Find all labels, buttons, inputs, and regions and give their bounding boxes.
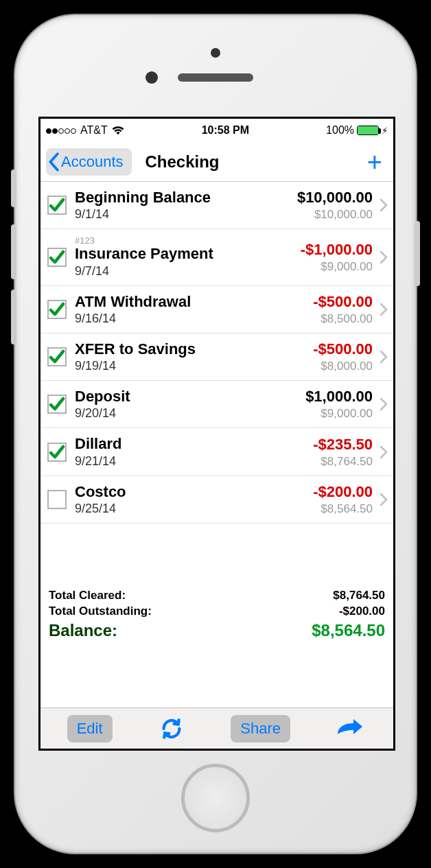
chevron-right-icon bbox=[375, 397, 389, 411]
transaction-title: Costco bbox=[75, 483, 313, 500]
transaction-amounts: $10,000.00$10,000.00 bbox=[297, 189, 375, 222]
total-outstanding-label: Total Outstanding: bbox=[49, 604, 152, 620]
balance-label: Balance: bbox=[49, 621, 117, 640]
proximity-sensor bbox=[211, 48, 220, 58]
cleared-checkbox[interactable] bbox=[47, 196, 67, 215]
transaction-main: ATM Withdrawal9/16/14 bbox=[67, 293, 313, 326]
share-button[interactable]: Share bbox=[231, 715, 290, 742]
transaction-main: #123Insurance Payment9/7/14 bbox=[67, 236, 301, 278]
mute-switch bbox=[11, 169, 16, 207]
transaction-amount: -$1,000.00 bbox=[301, 241, 373, 259]
screen: AT&T 10:58 PM 100% ⚡︎ Accounts Checking … bbox=[38, 117, 395, 751]
cleared-checkbox[interactable] bbox=[47, 347, 67, 366]
battery-icon bbox=[357, 126, 379, 135]
forward-arrow-icon bbox=[336, 719, 363, 738]
bottom-toolbar: Edit Share bbox=[40, 707, 393, 749]
cleared-checkbox[interactable] bbox=[47, 248, 67, 267]
back-button-label: Accounts bbox=[61, 153, 124, 171]
balance-value: $8,564.50 bbox=[312, 621, 385, 640]
edit-button[interactable]: Edit bbox=[67, 715, 113, 742]
transaction-main: XFER to Savings9/19/14 bbox=[67, 340, 313, 373]
transaction-running-balance: $8,564.50 bbox=[313, 502, 373, 516]
transaction-amounts: -$500.00$8,500.00 bbox=[313, 293, 375, 326]
transaction-main: Costco9/25/14 bbox=[67, 483, 313, 516]
transaction-title: ATM Withdrawal bbox=[75, 293, 313, 310]
transaction-running-balance: $8,500.00 bbox=[313, 312, 373, 326]
wifi-icon bbox=[111, 126, 125, 135]
transaction-date: 9/20/14 bbox=[75, 406, 305, 421]
back-button[interactable]: Accounts bbox=[46, 148, 132, 176]
transaction-amount: $1,000.00 bbox=[305, 388, 373, 406]
volume-down-button bbox=[11, 290, 16, 344]
signal-strength-icon bbox=[46, 124, 77, 137]
chevron-right-icon bbox=[375, 350, 389, 364]
charging-icon: ⚡︎ bbox=[382, 126, 388, 136]
summary-block: Total Cleared: $8,764.50 Total Outstandi… bbox=[40, 585, 393, 647]
chevron-right-icon bbox=[375, 303, 389, 316]
plus-icon: + bbox=[367, 148, 382, 176]
transaction-row[interactable]: ATM Withdrawal9/16/14-$500.00$8,500.00 bbox=[40, 286, 393, 333]
status-bar: AT&T 10:58 PM 100% ⚡︎ bbox=[40, 119, 393, 142]
transaction-title: Beginning Balance bbox=[75, 189, 297, 206]
transaction-main: Dillard9/21/14 bbox=[67, 435, 313, 468]
transaction-running-balance: $9,000.00 bbox=[305, 407, 373, 421]
transaction-running-balance: $10,000.00 bbox=[297, 208, 373, 222]
transaction-title: Insurance Payment bbox=[75, 245, 301, 262]
battery-percentage: 100% bbox=[326, 124, 354, 137]
sync-button[interactable] bbox=[154, 717, 189, 740]
transaction-ref: #123 bbox=[75, 236, 301, 245]
transaction-date: 9/1/14 bbox=[75, 207, 297, 222]
cleared-checkbox[interactable] bbox=[47, 443, 67, 462]
earpiece-speaker bbox=[178, 73, 253, 82]
navigation-bar: Accounts Checking + bbox=[40, 142, 393, 182]
carrier-label: AT&T bbox=[80, 124, 108, 137]
transaction-date: 9/19/14 bbox=[75, 359, 313, 373]
transaction-amount: -$235.50 bbox=[313, 436, 373, 454]
transaction-row[interactable]: #123Insurance Payment9/7/14-$1,000.00$9,… bbox=[40, 229, 393, 285]
transaction-main: Beginning Balance9/1/14 bbox=[67, 189, 297, 222]
cleared-checkbox[interactable] bbox=[47, 300, 67, 319]
forward-button[interactable] bbox=[332, 719, 366, 738]
transaction-amount: -$500.00 bbox=[313, 293, 373, 311]
total-cleared-value: $8,764.50 bbox=[333, 588, 385, 604]
chevron-right-icon bbox=[375, 445, 389, 459]
transaction-amounts: -$200.00$8,564.50 bbox=[313, 483, 375, 516]
transaction-amount: $10,000.00 bbox=[297, 189, 373, 207]
cleared-checkbox[interactable] bbox=[47, 395, 67, 414]
volume-up-button bbox=[11, 224, 16, 279]
transaction-amounts: -$1,000.00$9,000.00 bbox=[301, 241, 375, 274]
chevron-right-icon bbox=[375, 198, 389, 212]
transaction-amounts: $1,000.00$9,000.00 bbox=[305, 388, 375, 421]
transaction-date: 9/16/14 bbox=[75, 312, 313, 326]
transaction-row[interactable]: Costco9/25/14-$200.00$8,564.50 bbox=[40, 476, 393, 524]
transaction-title: Dillard bbox=[75, 435, 313, 452]
power-button bbox=[415, 221, 420, 286]
transaction-running-balance: $8,764.50 bbox=[313, 455, 373, 469]
transaction-date: 9/7/14 bbox=[75, 264, 301, 279]
clock: 10:58 PM bbox=[202, 124, 249, 137]
cleared-checkbox[interactable] bbox=[47, 490, 67, 509]
transaction-row[interactable]: Beginning Balance9/1/14$10,000.00$10,000… bbox=[40, 182, 393, 229]
transaction-amount: -$200.00 bbox=[313, 483, 373, 501]
total-cleared-label: Total Cleared: bbox=[49, 588, 126, 604]
chevron-right-icon bbox=[375, 250, 389, 264]
transaction-row[interactable]: XFER to Savings9/19/14-$500.00$8,000.00 bbox=[40, 333, 393, 381]
edit-button-label: Edit bbox=[77, 720, 103, 738]
transaction-title: XFER to Savings bbox=[75, 340, 313, 357]
transaction-running-balance: $9,000.00 bbox=[301, 260, 373, 274]
total-outstanding-value: -$200.00 bbox=[339, 604, 385, 620]
sync-icon bbox=[160, 717, 183, 740]
add-button[interactable]: + bbox=[362, 149, 388, 175]
transaction-amounts: -$235.50$8,764.50 bbox=[313, 436, 375, 469]
home-button[interactable] bbox=[181, 764, 250, 832]
transaction-running-balance: $8,000.00 bbox=[313, 360, 373, 373]
transaction-date: 9/25/14 bbox=[75, 502, 313, 516]
front-camera bbox=[145, 71, 158, 84]
chevron-right-icon bbox=[375, 493, 389, 506]
transaction-list: Beginning Balance9/1/14$10,000.00$10,000… bbox=[40, 182, 393, 524]
page-title: Checking bbox=[132, 152, 362, 172]
transaction-date: 9/21/14 bbox=[75, 454, 313, 469]
transaction-row[interactable]: Deposit9/20/14$1,000.00$9,000.00 bbox=[40, 381, 393, 428]
phone-frame: AT&T 10:58 PM 100% ⚡︎ Accounts Checking … bbox=[14, 14, 417, 854]
transaction-row[interactable]: Dillard9/21/14-$235.50$8,764.50 bbox=[40, 428, 393, 476]
